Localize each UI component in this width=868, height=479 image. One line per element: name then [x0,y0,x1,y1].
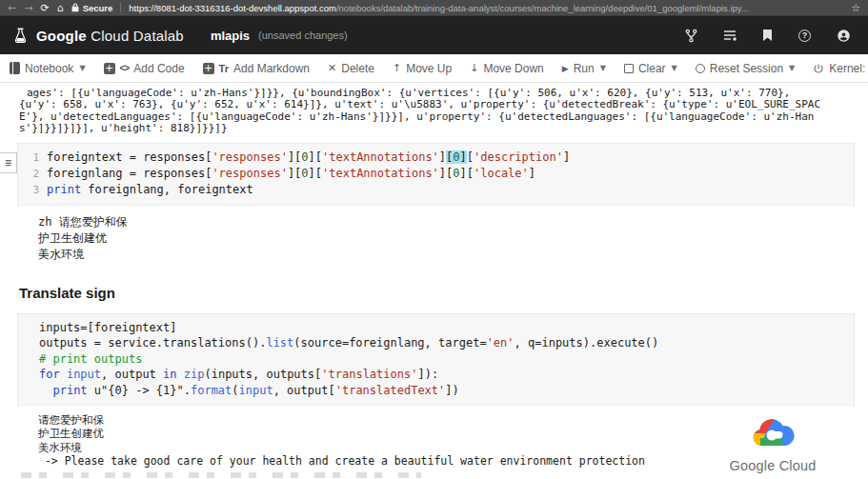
notebook-content: ages': [{u'languageCode': u'zh-Hans'}]}}… [0,88,868,468]
add-markdown-button[interactable]: + Tr Add Markdown [203,62,310,75]
bookmark-star-icon[interactable]: ☆ [851,2,860,14]
cutoff-next-section [21,472,421,478]
url-host: https://8081-dot-3316316-dot-devshell.ap… [129,3,336,13]
brand-title[interactable]: Google Cloud Datalab [36,28,184,44]
code-cell-1[interactable]: 123 foreigntext = responses['responses']… [17,143,855,206]
plus-icon: + [203,63,214,74]
help-icon[interactable]: ? [798,30,811,42]
reset-session-button[interactable]: Reset Session ▼ [696,62,796,75]
add-code-label: Add Code [133,62,184,75]
square-outline-icon [624,64,634,73]
delete-x-icon: ✕ [328,62,336,74]
move-down-label: Move Down [483,62,543,75]
kernel-label: Kernel: python2 [829,62,868,75]
delete-label: Delete [341,62,374,75]
cell-menu-button[interactable]: ≡ [0,152,17,173]
code-editor-2[interactable]: inputs=[foreigntext]outputs = service.tr… [18,320,854,399]
circle-outline-icon [696,64,705,73]
notebook-menu-label: Notebook [25,62,73,75]
secure-badge[interactable]: Secure [71,3,113,13]
url-path: /notebooks/datalab/training-data-analyst… [336,3,749,13]
clear-button[interactable]: Clear ▼ [624,62,677,75]
google-cloud-wordmark: Google Cloud [717,458,828,473]
add-markdown-label: Add Markdown [233,62,310,75]
notebook-name: mlapis [211,29,250,43]
secure-label: Secure [83,3,113,13]
chevron-down-icon: ▼ [789,64,795,72]
chevron-down-icon: ▼ [600,64,606,72]
back-icon[interactable]: ← [8,0,16,16]
reload-icon[interactable]: ⟳ [40,0,49,16]
home-icon[interactable]: ⌂ [57,0,64,16]
divider [120,3,121,12]
notebook-status: (unsaved changes) [258,30,348,41]
google-cloud-logo: Google Cloud [717,413,828,473]
session-list-icon[interactable] [723,30,737,41]
delete-button[interactable]: ✕ Delete [328,62,374,75]
text-format-icon: Tr [219,63,229,74]
brand-google: Google [36,28,87,44]
kernel-button[interactable]: Kernel: python2 ▼ [813,62,868,75]
move-down-button[interactable]: ↓ Move Down [470,62,544,75]
bookmark-icon[interactable] [762,29,773,42]
chevron-down-icon: ▼ [672,64,677,72]
lock-icon [71,3,79,12]
source-branch-icon[interactable] [685,29,697,43]
notebook-toolbar: Notebook ▼ + <> Add Code + Tr Add Markdo… [0,54,868,83]
chevron-down-icon: ▼ [79,64,85,72]
app-header: Google Cloud Datalab mlapis (unsaved cha… [0,16,868,54]
plus-icon: + [104,63,115,74]
arrow-up-icon: ↑ [393,62,401,74]
section-heading: Translate sign [19,285,868,301]
brand-cloud-datalab: Cloud Datalab [87,28,184,44]
reset-session-label: Reset Session [710,62,783,75]
play-icon: ▶ [562,64,569,73]
datalab-flask-icon [13,27,28,44]
notebook-icon [10,62,20,74]
forward-icon[interactable]: → [24,0,32,16]
cell-output-1: zh 请您爱护和保护卫生创建优美水环境 [0,214,868,263]
previous-cell-output: ages': [{u'languageCode': u'zh-Hans'}]}}… [0,88,868,135]
browser-chrome: ← → ⟳ ⌂ Secure https://8081-dot-3316316-… [0,0,868,16]
arrow-down-icon: ↓ [470,62,478,74]
run-button[interactable]: ▶ Run ▼ [562,62,606,75]
account-icon[interactable] [837,29,851,43]
power-icon [813,63,824,74]
header-actions: ? [685,29,855,43]
code-cell-2[interactable]: inputs=[foreigntext]outputs = service.tr… [17,313,855,407]
line-numbers: 123 [18,150,47,198]
clear-label: Clear [638,62,666,75]
notebook-menu-button[interactable]: Notebook ▼ [10,62,86,75]
add-code-button[interactable]: + <> Add Code [104,62,185,75]
move-up-label: Move Up [406,62,452,75]
move-up-button[interactable]: ↑ Move Up [393,62,452,75]
address-bar[interactable]: https://8081-dot-3316316-dot-devshell.ap… [129,3,839,13]
code-brackets-icon: <> [120,63,130,73]
run-label: Run [574,62,595,75]
google-cloud-icon [749,413,797,451]
code-editor-1[interactable]: foreigntext = responses['responses'][0][… [47,150,854,198]
